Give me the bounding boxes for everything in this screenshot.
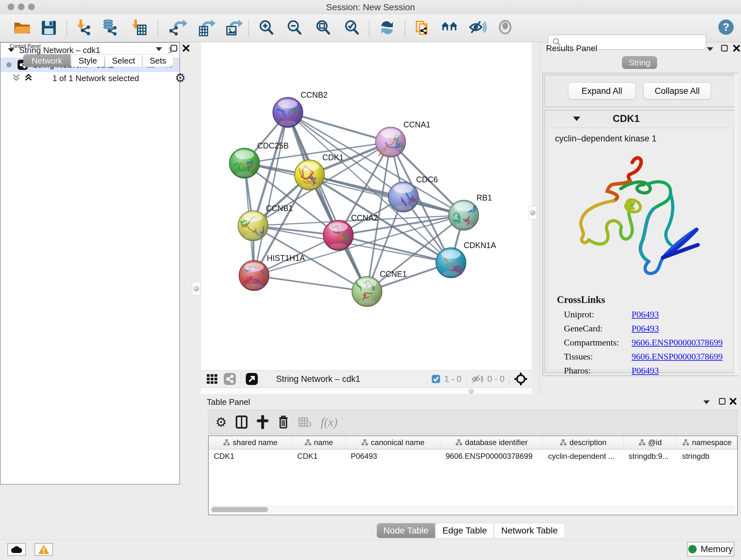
crosslink-link[interactable]: 9606.ENSP00000378699 xyxy=(631,352,723,362)
zoom-in-icon[interactable] xyxy=(257,18,276,38)
gene-collapse-icon[interactable] xyxy=(572,116,581,122)
tab-node-table[interactable]: Node Table xyxy=(377,523,435,538)
column-header-namespace[interactable]: namespace xyxy=(677,436,737,449)
open-session-icon[interactable] xyxy=(13,18,32,38)
column-header-database-identifier[interactable]: database identifier xyxy=(441,436,543,449)
tab-string[interactable]: String xyxy=(622,56,657,69)
table-cell[interactable]: stringdb xyxy=(677,449,737,463)
export-image-icon[interactable] xyxy=(225,18,244,38)
table-cell[interactable]: CDK1 xyxy=(209,449,292,463)
hide-selected-icon[interactable] xyxy=(468,18,487,38)
import-database-icon[interactable] xyxy=(101,18,120,38)
table-cell[interactable]: P06493 xyxy=(346,449,441,463)
table-hscrollbar[interactable] xyxy=(211,506,735,513)
expand-all-chevron-icon[interactable] xyxy=(23,73,33,82)
cloud-status-button[interactable] xyxy=(7,543,26,556)
add-column-icon[interactable] xyxy=(256,415,269,429)
table-cell[interactable]: stringdb:9... xyxy=(623,449,677,463)
column-header-name[interactable]: name xyxy=(292,436,346,449)
expand-all-button[interactable]: Expand All xyxy=(568,82,636,100)
column-header-shared-name[interactable]: shared name xyxy=(209,436,292,449)
control-panel-float-icon[interactable] xyxy=(171,45,178,52)
tab-sets[interactable]: Sets xyxy=(143,54,173,67)
table-panel-float-icon[interactable] xyxy=(719,398,726,405)
delete-column-icon[interactable] xyxy=(277,415,289,429)
collapse-all-chevron-icon[interactable] xyxy=(11,73,21,82)
table-cell[interactable]: CDK1 xyxy=(292,449,346,463)
right-splitter-handle[interactable] xyxy=(529,206,537,219)
tab-style[interactable]: Style xyxy=(71,54,105,67)
refresh-icon[interactable] xyxy=(378,18,397,38)
help-icon[interactable]: ? xyxy=(718,18,737,38)
edge-CCNB2-CCNE1[interactable] xyxy=(288,112,367,292)
network-edges[interactable] xyxy=(245,112,464,292)
table-settings-gear-icon[interactable]: ⚙ xyxy=(215,415,227,429)
horizontal-splitter[interactable] xyxy=(201,388,532,394)
function-builder-icon[interactable]: f(x) xyxy=(321,415,338,429)
results-panel-close-icon[interactable] xyxy=(733,45,740,52)
clone-network-icon[interactable] xyxy=(414,18,433,38)
node-CCNA1[interactable]: CCNA1 xyxy=(376,120,430,157)
show-columns-icon[interactable] xyxy=(235,415,248,429)
zoom-selected-icon[interactable] xyxy=(343,18,362,38)
warnings-button[interactable] xyxy=(35,543,53,556)
column-header-description[interactable]: description xyxy=(543,436,623,449)
results-panel-menu-icon[interactable] xyxy=(706,47,714,52)
crosslink-link[interactable]: P06493 xyxy=(631,323,659,334)
zoom-out-icon[interactable] xyxy=(285,18,305,38)
tab-network[interactable]: Network xyxy=(23,54,71,67)
show-all-icon[interactable] xyxy=(496,18,516,38)
network-graph[interactable]: CCNB2CCNA1CDC25BCDK1CDC6RB1CCNB1CCNA2CDK… xyxy=(201,42,532,370)
tab-select[interactable]: Select xyxy=(105,54,142,67)
node-table[interactable]: shared namenamecanonical namedatabase id… xyxy=(208,435,738,515)
node-CDKN1A[interactable]: CDKN1A xyxy=(436,241,496,278)
import-table-icon[interactable] xyxy=(130,18,149,38)
edge-CCNB2-HIST1H1A[interactable] xyxy=(254,112,288,275)
node-CCNB1[interactable]: CCNB1 xyxy=(238,204,293,241)
table-panel-close-icon[interactable] xyxy=(730,398,737,405)
node-RB1[interactable]: RB1 xyxy=(449,193,492,230)
grid-view-icon[interactable] xyxy=(206,373,218,385)
table-panel-menu-icon[interactable] xyxy=(703,400,711,405)
open-in-browser-icon[interactable] xyxy=(246,373,258,385)
crosslink-link[interactable]: P06493 xyxy=(631,309,659,320)
node-HIST1H1A[interactable]: HIST1H1A xyxy=(239,253,305,291)
gene-section-header[interactable]: CDK1 xyxy=(545,111,735,127)
results-scrollbar[interactable] xyxy=(734,73,738,375)
table-cell[interactable]: 9606.ENSP00000378699 xyxy=(441,449,543,463)
results-panel-float-icon[interactable] xyxy=(721,45,728,52)
tab-edge-table[interactable]: Edge Table xyxy=(435,523,494,538)
node-CDC25B[interactable]: CDC25B xyxy=(229,141,289,178)
column-header--id[interactable]: @id xyxy=(623,436,677,449)
edge-CDK1-RB1[interactable] xyxy=(310,175,464,215)
table-hscroll-thumb[interactable] xyxy=(211,507,268,512)
memory-button[interactable]: Memory xyxy=(687,542,734,557)
results-panel-title: Results Panel xyxy=(546,44,597,53)
crosslink-link[interactable]: 9606.ENSP00000378699 xyxy=(631,337,723,348)
hidden-eye-icon[interactable] xyxy=(471,374,483,384)
svg-text:?: ? xyxy=(723,21,730,33)
network-canvas[interactable]: CCNB2CCNA1CDC25BCDK1CDC6RB1CCNB1CCNA2CDK… xyxy=(201,42,532,370)
column-header-canonical-name[interactable]: canonical name xyxy=(346,436,441,449)
selected-checkbox-icon[interactable] xyxy=(431,374,441,383)
zoom-fit-icon[interactable] xyxy=(314,18,333,38)
collapse-all-button[interactable]: Collapse All xyxy=(643,82,711,100)
string-home-icon[interactable] xyxy=(441,18,460,38)
edge-HIST1H1A-CCNE1[interactable] xyxy=(254,275,367,292)
crosslink-link[interactable]: P06493 xyxy=(631,366,659,376)
save-session-icon[interactable] xyxy=(40,18,59,38)
network-options-gear-icon[interactable]: ⚙ xyxy=(175,71,186,85)
export-table-icon[interactable] xyxy=(197,18,216,38)
table-cell[interactable]: cyclin-dependent ... xyxy=(543,449,623,463)
left-splitter-handle[interactable] xyxy=(192,282,200,295)
delete-table-icon[interactable] xyxy=(298,417,312,428)
string-view-icon[interactable] xyxy=(223,373,236,385)
control-panel-menu-icon[interactable] xyxy=(155,47,163,52)
control-panel-close-icon[interactable] xyxy=(183,45,190,52)
import-network-icon[interactable] xyxy=(74,18,93,38)
export-network-icon[interactable] xyxy=(169,18,188,38)
horizontal-splitter-handle[interactable] xyxy=(468,388,474,394)
birdseye-toggle-icon[interactable] xyxy=(514,372,528,386)
tab-network-table[interactable]: Network Table xyxy=(494,523,565,538)
table-row[interactable]: CDK1CDK1P064939606.ENSP00000378699cyclin… xyxy=(209,449,737,463)
